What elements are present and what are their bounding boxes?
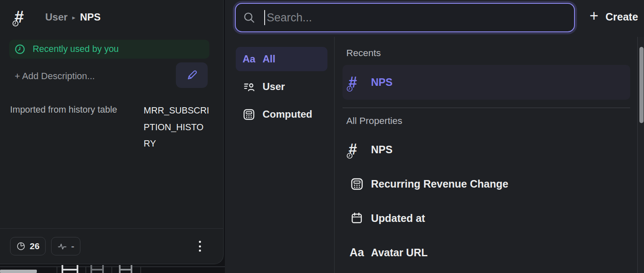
background-element: [0, 270, 37, 273]
recently-used-badge: Recently used by you: [9, 40, 209, 59]
property-item-nps[interactable]: # NPS: [343, 132, 630, 167]
number-history-property-icon: #: [348, 140, 365, 159]
create-button-label: Create: [605, 11, 638, 23]
filter-tab-label: Computed: [263, 108, 312, 120]
breadcrumb-parent[interactable]: User: [45, 11, 67, 23]
property-search-overlay: Search... + Create Aa All User: [225, 0, 644, 273]
result-label: Updated at: [371, 212, 425, 224]
property-details-panel: # User ▸ NPS Recently used by you + Add …: [0, 0, 224, 264]
calculator-icon: [348, 178, 365, 191]
search-placeholder: Search...: [267, 11, 312, 24]
breadcrumb-current: NPS: [80, 11, 100, 23]
result-label: Recurring Revenue Change: [371, 178, 508, 190]
pencil-icon: [185, 69, 198, 82]
text-caret: [264, 10, 265, 25]
background-glyph: [62, 265, 78, 273]
calendar-icon: [348, 212, 365, 224]
number-history-property-icon: #: [348, 73, 365, 92]
import-source-label: Imported from history table: [10, 105, 117, 115]
property-item-recurring-revenue-change[interactable]: Recurring Revenue Change: [343, 167, 630, 201]
background-table-column-line: [111, 267, 112, 273]
recent-item-nps[interactable]: # NPS: [343, 65, 630, 100]
result-label: Avatar URL: [371, 247, 428, 259]
activity-pulse-icon: [57, 242, 67, 251]
kebab-dot: [199, 250, 201, 252]
edit-description-button[interactable]: [176, 62, 208, 88]
search-focus-ring: Search...: [233, 1, 577, 34]
background-glyph: [119, 265, 132, 273]
filter-tab-all[interactable]: Aa All: [236, 47, 327, 71]
breadcrumb: User ▸ NPS: [45, 11, 100, 23]
app-screen: # User ▸ NPS Recently used by you + Add …: [0, 0, 644, 273]
text-type-icon: Aa: [242, 53, 256, 65]
chevron-right-icon: ▸: [72, 13, 75, 21]
number-history-property-icon: #: [14, 7, 33, 27]
pie-chart-icon: [16, 242, 26, 251]
result-label: NPS: [371, 76, 392, 88]
plus-icon: +: [590, 8, 598, 25]
panel-divider: [334, 37, 335, 273]
usage-count-button[interactable]: 26: [10, 237, 46, 255]
calculator-icon: [242, 108, 256, 121]
add-description-button[interactable]: + Add Description...: [15, 71, 95, 82]
background-table-column-line: [85, 267, 86, 273]
user-properties-icon: [242, 81, 256, 93]
search-icon: [243, 11, 255, 24]
search-input[interactable]: Search...: [235, 3, 575, 32]
more-options-button[interactable]: [195, 237, 204, 255]
background-glyph: [90, 265, 104, 273]
kebab-dot: [199, 245, 201, 247]
scrollbar-thumb[interactable]: [639, 47, 644, 123]
scrollbar-track[interactable]: [637, 37, 644, 273]
clock-badge-icon: [12, 20, 19, 27]
footer-divider: [0, 228, 224, 229]
trend-value: -: [71, 241, 74, 252]
clock-icon: [15, 44, 25, 54]
filter-tab-user[interactable]: User: [236, 75, 327, 99]
filter-tab-label: User: [263, 81, 285, 93]
section-divider: [343, 108, 630, 108]
kebab-dot: [199, 241, 201, 243]
text-type-icon: Aa: [348, 246, 365, 259]
filter-tab-computed[interactable]: Computed: [236, 102, 327, 126]
background-table-line: [0, 266, 225, 267]
filter-tab-label: All: [263, 53, 276, 65]
recents-section-header: Recents: [346, 48, 381, 59]
create-button[interactable]: + Create: [590, 6, 638, 28]
recently-used-label: Recently used by you: [33, 44, 119, 54]
property-item-avatar-url[interactable]: Aa Avatar URL: [343, 235, 630, 270]
property-item-updated-at[interactable]: Updated at: [343, 201, 630, 235]
import-source-value: MRR_SUBSCRIPTION_HISTORY: [144, 103, 210, 152]
all-properties-section-header: All Properties: [346, 116, 402, 126]
trend-button[interactable]: -: [51, 237, 80, 255]
background-table-column-line: [140, 267, 141, 273]
background-table-column-line: [57, 267, 57, 273]
usage-count-value: 26: [30, 241, 39, 251]
result-label: NPS: [371, 144, 392, 156]
